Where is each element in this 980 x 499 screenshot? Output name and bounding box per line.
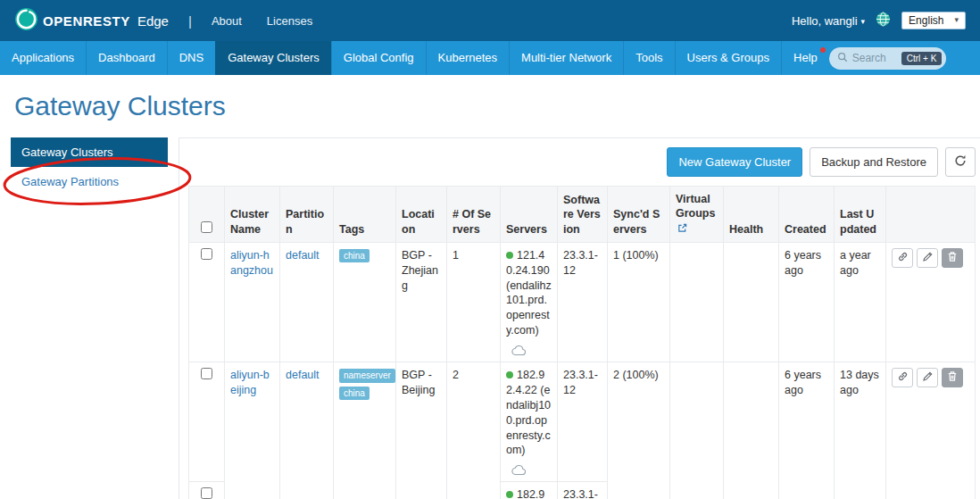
table-header-row: Cluster Name Partition Tags Location # O… bbox=[189, 187, 976, 243]
servers-cell: 182.92.4.22 (endalibj100.prd.openresty.c… bbox=[501, 362, 558, 482]
col-header-created: Created bbox=[779, 187, 835, 243]
row-select-cell bbox=[189, 362, 225, 482]
clusters-table: Cluster Name Partition Tags Location # O… bbox=[188, 186, 976, 499]
row-select-cell bbox=[189, 482, 225, 499]
tag-badge: nameserver bbox=[339, 369, 395, 383]
tab-gateway-clusters[interactable]: Gateway Clusters bbox=[215, 41, 331, 75]
partition-cell: default bbox=[280, 242, 334, 362]
tab-help[interactable]: Help bbox=[781, 41, 829, 75]
cluster-name-link[interactable]: aliyun-beijing bbox=[230, 369, 270, 396]
status-dot bbox=[506, 491, 513, 498]
openresty-logo-icon bbox=[14, 7, 38, 35]
sidebar-item-gateway-clusters[interactable]: Gateway Clusters bbox=[11, 137, 168, 167]
partition-cell: default bbox=[280, 362, 334, 499]
actions-cell bbox=[886, 242, 976, 362]
licenses-link[interactable]: Licenses bbox=[267, 14, 312, 28]
last-updated-cell: 13 days ago bbox=[835, 362, 886, 499]
language-value: English bbox=[909, 14, 943, 27]
trash-icon bbox=[947, 370, 958, 385]
health-cell bbox=[724, 362, 779, 499]
tags-cell: china bbox=[334, 242, 396, 362]
tab-tools[interactable]: Tools bbox=[623, 41, 674, 75]
user-menu[interactable]: Hello, wangli▾ bbox=[792, 14, 865, 28]
user-greeting: Hello, wangli bbox=[792, 14, 858, 28]
pencil-icon bbox=[922, 370, 934, 385]
cluster-name-cell: aliyun-hangzhou bbox=[225, 242, 280, 362]
virtual-groups-cell bbox=[670, 242, 724, 362]
tab-global-config[interactable]: Global Config bbox=[331, 41, 426, 75]
tag-badge: china bbox=[339, 387, 370, 401]
select-all-checkbox[interactable] bbox=[201, 221, 212, 233]
col-header-syncd-servers: Sync'd Servers bbox=[608, 187, 670, 243]
delete-button[interactable] bbox=[942, 248, 963, 268]
row-checkbox[interactable] bbox=[201, 487, 212, 499]
created-cell: 6 years ago bbox=[779, 242, 835, 362]
tab-dashboard[interactable]: Dashboard bbox=[86, 41, 167, 75]
row-checkbox[interactable] bbox=[201, 248, 212, 260]
tab-dns[interactable]: DNS bbox=[167, 41, 215, 75]
search-icon bbox=[837, 50, 848, 66]
actions-cell bbox=[886, 362, 976, 499]
servers-cell: 182.92.62.145 (endalibj bbox=[501, 482, 558, 499]
about-link[interactable]: About bbox=[212, 14, 242, 28]
topbar-right: Hello, wangli▾ English ▾ bbox=[792, 12, 966, 30]
tab-kubernetes[interactable]: Kubernetes bbox=[426, 41, 510, 75]
cloud-icon bbox=[506, 345, 552, 356]
col-header-partition: Partition bbox=[280, 187, 334, 243]
sidebar-item-gateway-partitions[interactable]: Gateway Partitions bbox=[11, 167, 168, 196]
table-row: aliyun-hangzhou default china BGP - Zhej… bbox=[189, 242, 976, 362]
col-header-server-count: # Of Servers bbox=[447, 187, 501, 243]
tab-applications[interactable]: Applications bbox=[0, 41, 86, 75]
delete-button[interactable] bbox=[942, 368, 963, 387]
language-select[interactable]: English ▾ bbox=[901, 12, 966, 29]
col-header-actions bbox=[886, 187, 976, 243]
brand-suffix: Edge bbox=[137, 13, 169, 29]
row-checkbox[interactable] bbox=[201, 368, 212, 379]
edit-button[interactable] bbox=[917, 248, 938, 268]
external-link-icon[interactable] bbox=[677, 223, 687, 236]
cluster-name-link[interactable]: aliyun-hangzhou bbox=[230, 249, 273, 277]
notification-dot bbox=[820, 47, 826, 53]
server-address: 121.40.24.190 (endalihz101.prd.openresty… bbox=[506, 249, 552, 337]
col-header-last-updated: Last Updated bbox=[835, 187, 886, 243]
table-row: aliyun-beijing default nameserver china … bbox=[189, 362, 976, 482]
brand-name: OPENRESTY bbox=[43, 13, 130, 29]
chevron-down-icon: ▾ bbox=[954, 15, 959, 24]
link-button[interactable] bbox=[892, 248, 913, 268]
link-button[interactable] bbox=[892, 368, 913, 387]
brand-divider: | bbox=[188, 13, 192, 29]
server-address: 182.92.4.22 (endalibj100.prd.openresty.c… bbox=[506, 369, 551, 456]
main-nav: Applications Dashboard DNS Gateway Clust… bbox=[0, 41, 980, 75]
row-select-cell bbox=[189, 242, 225, 362]
col-header-select bbox=[189, 187, 225, 243]
col-header-software-version: Software Version bbox=[558, 187, 608, 243]
edit-button[interactable] bbox=[917, 368, 938, 387]
software-version-cell: 23.3.1-12 bbox=[558, 482, 608, 499]
server-count-cell: 2 bbox=[447, 362, 501, 499]
syncd-servers-cell: 2 (100%) bbox=[608, 362, 670, 499]
page-header: Gateway Clusters bbox=[0, 75, 980, 136]
tags-cell: nameserver china bbox=[334, 362, 396, 499]
app-root: OPENRESTY Edge | About Licenses Hello, w… bbox=[0, 0, 980, 499]
search-input[interactable] bbox=[852, 52, 897, 64]
backup-restore-button[interactable]: Backup and Restore bbox=[810, 147, 938, 177]
location-cell: BGP - Beijing bbox=[396, 362, 447, 499]
col-header-virtual-groups: Virtual Groups bbox=[670, 187, 724, 243]
new-gateway-cluster-button[interactable]: New Gateway Cluster bbox=[667, 147, 802, 177]
tab-users-groups[interactable]: Users & Groups bbox=[675, 41, 781, 75]
partition-link[interactable]: default bbox=[286, 369, 320, 381]
sidebar: Gateway Clusters Gateway Partitions bbox=[11, 137, 168, 196]
refresh-button[interactable] bbox=[945, 147, 976, 177]
search-shortcut-badge: Ctrl + K bbox=[901, 52, 943, 65]
partition-link[interactable]: default bbox=[286, 249, 320, 262]
refresh-icon bbox=[954, 154, 967, 170]
location-cell: BGP - Zhejiang bbox=[396, 242, 447, 362]
brand[interactable]: OPENRESTY Edge bbox=[14, 7, 169, 35]
trash-icon bbox=[947, 251, 958, 265]
tab-multi-tier-network[interactable]: Multi-tier Network bbox=[509, 41, 623, 75]
search-box[interactable]: Ctrl + K bbox=[829, 47, 947, 70]
last-updated-cell: a year ago bbox=[835, 242, 886, 362]
cluster-name-cell: aliyun-beijing bbox=[225, 362, 280, 499]
link-icon bbox=[897, 370, 909, 385]
created-cell: 6 years ago bbox=[779, 362, 835, 499]
